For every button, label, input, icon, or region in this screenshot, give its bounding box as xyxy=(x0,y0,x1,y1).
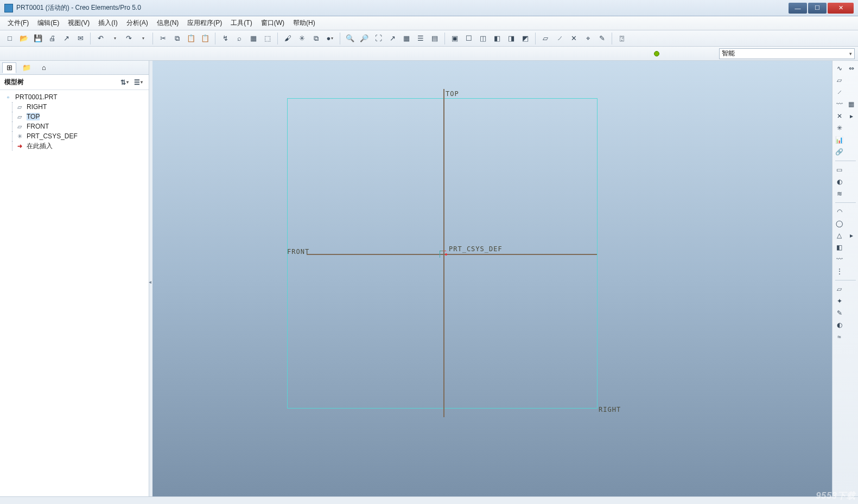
tile-button[interactable]: ◧ xyxy=(491,32,504,45)
layers-button[interactable]: ☰ xyxy=(414,32,427,45)
menu-窗口w[interactable]: 窗口(W) xyxy=(257,16,289,30)
style-button[interactable]: ✎ xyxy=(834,308,845,318)
analysis-button[interactable]: 📊 xyxy=(834,135,845,145)
tree-item-datum-top[interactable]: ▱TOP xyxy=(1,112,148,122)
point-drop-button[interactable]: ▸ xyxy=(846,111,857,122)
shell-button[interactable]: ◧ xyxy=(834,242,845,253)
folder-browser-tab[interactable]: 📁 xyxy=(20,62,34,73)
mail-button[interactable]: ✉ xyxy=(74,32,87,45)
menu-编辑e[interactable]: 编辑(E) xyxy=(33,16,63,30)
tree-root[interactable]: ▫PRT0001.PRT xyxy=(1,92,148,102)
table-button[interactable]: ▦ xyxy=(846,99,857,110)
new-window-button[interactable]: ◫ xyxy=(476,32,490,45)
window-activate-button[interactable]: ▣ xyxy=(448,32,461,45)
zoom-out-button[interactable]: 🔎 xyxy=(358,32,371,45)
menu-文件f[interactable]: 文件(F) xyxy=(3,16,33,30)
menu-插入i[interactable]: 插入(I) xyxy=(94,16,122,30)
revolve-button[interactable]: ◐ xyxy=(834,176,845,187)
graphics-canvas[interactable]: TOP FRONT RIGHT PRT_CSYS_DEF xyxy=(152,61,832,496)
menu-视图v[interactable]: 视图(V) xyxy=(63,16,94,30)
undo-drop-button[interactable] xyxy=(108,32,121,45)
titlebar: PRT0001 (活动的) - Creo Elements/Pro 5.0 — … xyxy=(0,0,858,16)
print-button[interactable]: 🖨 xyxy=(46,32,59,45)
cascade-button[interactable]: ◨ xyxy=(505,32,518,45)
publish-button[interactable]: ✦ xyxy=(834,296,845,307)
csys-button[interactable]: ✳ xyxy=(834,123,845,133)
repaint-button[interactable]: 🖌 xyxy=(281,32,294,45)
tree-item-datum-right[interactable]: ▱RIGHT xyxy=(1,102,148,112)
undo-button[interactable]: ↶ xyxy=(94,32,107,45)
tree-item-datum-csys[interactable]: ✳PRT_CSYS_DEF xyxy=(1,131,148,141)
paste-button[interactable]: 📋 xyxy=(185,32,198,45)
smart-filter-select[interactable]: 智能 xyxy=(719,48,855,59)
regenerate-button[interactable]: ↯ xyxy=(219,32,232,45)
spin-center-button[interactable]: ✳ xyxy=(295,32,308,45)
model-player-button[interactable]: ▦ xyxy=(247,32,260,45)
zoom-fit-button[interactable]: ⛶ xyxy=(372,32,385,45)
datum-csys-button[interactable]: ⌖ xyxy=(581,32,594,45)
draft-drop-button[interactable]: ▸ xyxy=(846,230,857,241)
copy-button[interactable]: ⧉ xyxy=(170,32,183,45)
rib-button[interactable]: 〰 xyxy=(834,254,845,265)
extrude-button[interactable]: ▭ xyxy=(834,164,845,175)
status-ready-icon xyxy=(654,51,659,56)
model-display-button[interactable]: ◩ xyxy=(519,32,532,45)
toolbar-separator xyxy=(340,33,340,44)
saved-views-button[interactable]: ▦ xyxy=(400,32,413,45)
sketch-line-button[interactable]: ∿ xyxy=(834,63,845,74)
help-pointer-button[interactable]: ⍰ xyxy=(615,32,628,45)
export-button[interactable]: ↗ xyxy=(60,32,73,45)
close-window-button[interactable]: ☐ xyxy=(462,32,475,45)
new-file-button[interactable]: □ xyxy=(3,32,16,45)
model-tree[interactable]: ▫PRT0001.PRT▱RIGHT▱TOP▱FRONT✳PRT_CSYS_DE… xyxy=(0,90,149,496)
tree-item-insert-here[interactable]: ➜在此插入 xyxy=(1,141,148,151)
datum-axis-button[interactable]: ⟋ xyxy=(553,32,566,45)
annotation-button[interactable]: ✎ xyxy=(595,32,608,45)
warp-button[interactable]: ≈ xyxy=(834,331,845,342)
datum-plane-button[interactable]: ▱ xyxy=(539,32,552,45)
settings-icon[interactable]: ☰ xyxy=(132,77,144,88)
minimize-button[interactable]: — xyxy=(789,3,807,14)
cut-button[interactable]: ✂ xyxy=(156,32,169,45)
find-button[interactable]: ⌕ xyxy=(233,32,246,45)
redo-button[interactable]: ↷ xyxy=(122,32,135,45)
view-manager-button[interactable]: ▤ xyxy=(428,32,441,45)
paste-special-button[interactable]: 📋 xyxy=(199,32,212,45)
round-button[interactable]: ◠ xyxy=(834,206,845,217)
select-box-button[interactable]: ⬚ xyxy=(261,32,274,45)
axis-button[interactable]: ⟋ xyxy=(834,87,845,98)
point-button[interactable]: ✕ xyxy=(834,111,845,122)
close-button[interactable]: ✕ xyxy=(828,3,854,14)
redo-drop-button[interactable] xyxy=(136,32,149,45)
datum-point-button[interactable]: ✕ xyxy=(567,32,580,45)
menu-分析a[interactable]: 分析(A) xyxy=(122,16,152,30)
sweep-button[interactable]: ≋ xyxy=(834,188,845,199)
filter-icon[interactable]: ⇅ xyxy=(118,77,130,88)
render-button[interactable]: ◐ xyxy=(834,320,845,330)
reorient-button[interactable]: ↗ xyxy=(386,32,399,45)
favorites-tab[interactable]: ⌂ xyxy=(37,62,51,73)
curve-button[interactable]: 〰 xyxy=(834,99,845,110)
model-tree-tab[interactable]: ⊞ xyxy=(2,62,16,73)
open-file-button[interactable]: 📂 xyxy=(17,32,30,45)
menu-应用程序p[interactable]: 应用程序(P) xyxy=(183,16,226,30)
datum-icon: ▱ xyxy=(15,113,24,120)
pattern-button[interactable]: ⋮ xyxy=(834,266,845,277)
copy-geom-button[interactable]: ▱ xyxy=(834,284,845,295)
menu-信息n[interactable]: 信息(N) xyxy=(152,16,183,30)
hole-button[interactable]: ◯ xyxy=(834,218,845,229)
shade-drop-button[interactable]: ● xyxy=(323,32,336,45)
menu-工具t[interactable]: 工具(T) xyxy=(226,16,256,30)
tie-button[interactable]: 🔗 xyxy=(834,146,845,157)
named-views-button[interactable]: ⧉ xyxy=(309,32,322,45)
menu-帮助h[interactable]: 帮助(H) xyxy=(289,16,320,30)
draft-button[interactable]: △ xyxy=(834,230,845,241)
zoom-in-button[interactable]: 🔍 xyxy=(344,32,357,45)
mirror-button[interactable]: ⇔ xyxy=(846,63,857,74)
bottom-scrollbar[interactable] xyxy=(0,496,858,504)
maximize-button[interactable]: ☐ xyxy=(808,3,827,14)
save-file-button[interactable]: 💾 xyxy=(31,32,45,45)
model-tree-panel: ⊞📁⌂ 模型树 ⇅☰ ▫PRT0001.PRT▱RIGHT▱TOP▱FRONT✳… xyxy=(0,61,149,496)
tree-item-datum-front[interactable]: ▱FRONT xyxy=(1,122,148,131)
plane-button[interactable]: ▱ xyxy=(834,75,845,86)
